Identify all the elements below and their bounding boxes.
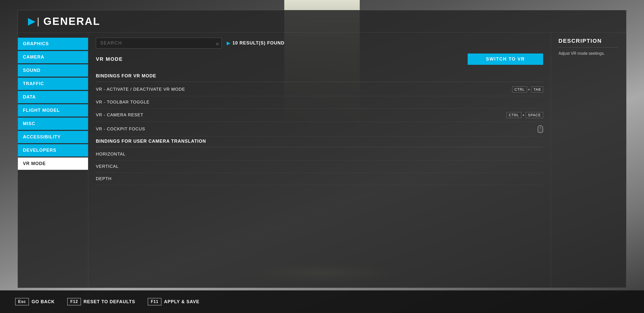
header-divider: | <box>37 16 39 27</box>
page-title: GENERAL <box>43 15 100 27</box>
sidebar-item-flight-model[interactable]: FLIGHT MODEL <box>18 104 88 117</box>
binding-row-depth: DEPTH <box>96 173 543 185</box>
key-space: SPACE <box>526 112 543 118</box>
search-results-label: ▶ 10 RESULT(S) FOUND <box>227 40 285 46</box>
search-wrapper: ⌕ <box>96 38 222 48</box>
mouse-icon <box>538 125 543 133</box>
binding-row-cockpit-focus: VR - COCKPIT FOCUS <box>96 122 543 137</box>
bottom-action-apply-&-save[interactable]: F11APPLY & SAVE <box>148 298 199 305</box>
binding-activate-vr-keys: CTRL + TAB <box>512 86 543 92</box>
binding-camera-reset-label: VR - CAMERA RESET <box>96 113 143 118</box>
main-panel: ▶ | GENERAL GRAPHICSCAMERASOUNDTRAFFICDA… <box>18 10 626 288</box>
vr-mode-label: VR MODE <box>96 56 123 62</box>
results-count: 10 RESULT(S) FOUND <box>232 40 285 46</box>
binding-vertical-label: VERTICAL <box>96 164 119 169</box>
sidebar-item-accessibility[interactable]: ACCESSIBILITY <box>18 131 88 143</box>
content-area: GRAPHICSCAMERASOUNDTRAFFICDATAFLIGHT MOD… <box>18 33 626 287</box>
key-plus-2: + <box>522 113 525 117</box>
binding-cockpit-focus-keys <box>538 125 543 133</box>
results-arrow-icon: ▶ <box>227 40 230 46</box>
main-content: ⌕ ▶ 10 RESULT(S) FOUND VR MODE SWITCH TO… <box>88 33 551 287</box>
bindings-vr-header: BINDINGS FOR VR MODE <box>96 71 543 82</box>
sidebar-item-sound[interactable]: SOUND <box>18 64 88 77</box>
sidebar-item-data[interactable]: DATA <box>18 91 88 103</box>
action-label: GO BACK <box>31 299 55 304</box>
binding-activate-vr-label: VR - ACTIVATE / DEACTIVATE VR MODE <box>96 87 185 92</box>
sidebar-item-misc[interactable]: MISC <box>18 118 88 130</box>
bottom-action-go-back[interactable]: EscGO BACK <box>15 298 55 305</box>
binding-row-vertical: VERTICAL <box>96 161 543 173</box>
sidebar-item-vr-mode[interactable]: VR MODE <box>18 158 88 170</box>
key-ctrl-2: CTRL <box>507 112 521 118</box>
header-arrow-icon: ▶ <box>28 16 35 27</box>
bottom-action-reset-to-defaults[interactable]: F12RESET TO DEFAULTS <box>67 298 135 305</box>
key-plus-1: + <box>528 87 530 91</box>
search-button[interactable]: ⌕ <box>216 40 219 46</box>
key-esc: Esc <box>15 298 29 305</box>
key-f12: F12 <box>67 298 81 305</box>
sidebar: GRAPHICSCAMERASOUNDTRAFFICDATAFLIGHT MOD… <box>18 33 88 287</box>
description-panel: DESCRIPTION Adjust VR mode seetings. <box>551 33 626 287</box>
binding-depth-label: DEPTH <box>96 176 112 181</box>
description-text: Adjust VR mode seetings. <box>558 50 619 57</box>
action-label: APPLY & SAVE <box>164 299 199 304</box>
description-title: DESCRIPTION <box>558 38 619 47</box>
key-ctrl: CTRL <box>512 86 527 92</box>
search-bar: ⌕ ▶ 10 RESULT(S) FOUND <box>96 38 543 48</box>
key-f11: F11 <box>148 298 162 305</box>
action-label: RESET TO DEFAULTS <box>84 299 135 304</box>
binding-row-activate-vr: VR - ACTIVATE / DEACTIVATE VR MODE CTRL … <box>96 83 543 96</box>
vr-mode-row: VR MODE SWITCH TO VR <box>96 54 543 67</box>
binding-camera-reset-keys: CTRL + SPACE <box>507 112 543 118</box>
binding-toolbar-label: VR - TOOLBAR TOGGLE <box>96 100 149 105</box>
binding-row-toolbar: VR - TOOLBAR TOGGLE <box>96 96 543 109</box>
sidebar-item-camera[interactable]: CAMERA <box>18 51 88 63</box>
bindings-camera-header: BINDINGS FOR USER CAMERA TRANSLATION <box>96 137 543 147</box>
search-input[interactable] <box>96 38 222 48</box>
header: ▶ | GENERAL <box>18 10 626 33</box>
binding-cockpit-focus-label: VR - COCKPIT FOCUS <box>96 127 145 132</box>
sidebar-item-traffic[interactable]: TRAFFIC <box>18 78 88 90</box>
binding-row-camera-reset: VR - CAMERA RESET CTRL + SPACE <box>96 109 543 122</box>
key-tab: TAB <box>531 86 543 92</box>
bottom-bar: EscGO BACKF12RESET TO DEFAULTSF11APPLY &… <box>0 290 644 313</box>
sidebar-item-developers[interactable]: DEVELOPERS <box>18 144 88 156</box>
binding-horizontal-label: HORIZONTAL <box>96 152 126 157</box>
sidebar-item-graphics[interactable]: GRAPHICS <box>18 38 88 50</box>
switch-to-vr-button[interactable]: SWITCH TO VR <box>468 54 543 65</box>
binding-row-horizontal: HORIZONTAL <box>96 148 543 161</box>
